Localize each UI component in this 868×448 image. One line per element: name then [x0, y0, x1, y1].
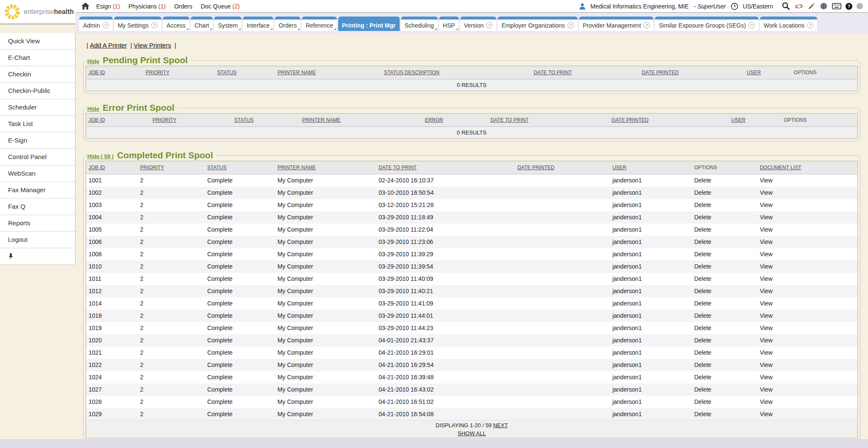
delete-link[interactable]: Delete: [694, 374, 711, 381]
sidebar-item-e-sign[interactable]: E-Sign: [0, 132, 75, 149]
disconnect-icon[interactable]: [795, 2, 803, 11]
view-link[interactable]: View: [760, 214, 773, 221]
sidebar-item-scheduler[interactable]: Scheduler: [0, 99, 75, 116]
view-link[interactable]: View: [760, 411, 773, 417]
column-header-label[interactable]: DATE PRINTED: [517, 165, 554, 171]
view-link[interactable]: View: [760, 349, 773, 356]
delete-link[interactable]: Delete: [694, 189, 711, 196]
column-header-label[interactable]: USER: [731, 117, 745, 123]
view-printers-link[interactable]: View Printers: [134, 42, 171, 49]
delete-link[interactable]: Delete: [694, 251, 711, 258]
keyboard-icon[interactable]: [832, 3, 841, 9]
delete-link[interactable]: Delete: [694, 177, 711, 184]
tab-my-settings[interactable]: My Settings↗: [114, 17, 161, 31]
nav-item-doc-queue[interactable]: Doc Queue (2): [201, 3, 240, 10]
tab-employer-organizations[interactable]: Employer Organizations↗: [498, 17, 577, 31]
tab-reference[interactable]: Reference: [302, 17, 337, 31]
delete-link[interactable]: Delete: [694, 288, 711, 294]
sidebar-item-checkin[interactable]: Checkin: [0, 66, 75, 83]
sidebar-item-fax-q[interactable]: Fax Q: [0, 199, 75, 215]
tab-access[interactable]: Access: [163, 17, 189, 31]
view-link[interactable]: View: [760, 300, 773, 307]
pin-sidebar-button[interactable]: [0, 248, 75, 264]
sidebar-item-task-list[interactable]: Task List: [0, 116, 75, 132]
tab-similar-exposure-groups-segs[interactable]: Similar Exposure Groups (SEGs)↗: [655, 17, 758, 31]
wand-icon[interactable]: [807, 2, 815, 10]
tab-orders[interactable]: Orders: [275, 17, 300, 31]
column-header-label[interactable]: DATE TO PRINT: [378, 165, 417, 171]
view-link[interactable]: View: [760, 238, 773, 245]
column-header-label[interactable]: DATE PRINTED: [612, 117, 648, 123]
delete-link[interactable]: Delete: [694, 361, 711, 368]
delete-link[interactable]: Delete: [694, 275, 711, 282]
sidebar-item-control-panel[interactable]: Control Panel: [0, 149, 75, 165]
column-header-label[interactable]: DATE PRINTED: [642, 70, 679, 76]
home-icon[interactable]: [81, 3, 89, 10]
nav-item-orders[interactable]: Orders: [174, 3, 192, 10]
add-printer-link[interactable]: Add A Printer: [90, 42, 127, 49]
column-header-label[interactable]: JOB ID: [89, 165, 105, 171]
nav-item-physicians[interactable]: Physicians (1): [128, 3, 166, 10]
delete-link[interactable]: Delete: [694, 398, 711, 405]
column-header-label[interactable]: USER: [747, 70, 761, 76]
tab-admin[interactable]: Admin↗: [79, 17, 113, 31]
delete-link[interactable]: Delete: [694, 300, 711, 307]
column-header-label[interactable]: USER: [612, 165, 626, 171]
column-header-label[interactable]: PRINTER NAME: [278, 70, 316, 76]
view-link[interactable]: View: [760, 312, 773, 319]
view-link[interactable]: View: [760, 189, 773, 196]
sidebar-item-webscan[interactable]: WebScan: [0, 165, 75, 182]
view-link[interactable]: View: [760, 325, 773, 331]
column-header-label[interactable]: JOB ID: [89, 117, 105, 123]
sidebar-item-e-chart[interactable]: E-Chart: [0, 50, 75, 66]
column-header-label[interactable]: PRIORITY: [153, 117, 177, 123]
view-link[interactable]: View: [760, 386, 773, 393]
column-header-label[interactable]: DATE TO PRINT: [534, 70, 572, 76]
show-all-link[interactable]: SHOW ALL: [458, 430, 486, 437]
view-link[interactable]: View: [760, 263, 773, 270]
app-logo[interactable]: enterprisehealth: [0, 0, 75, 24]
view-link[interactable]: View: [760, 275, 773, 282]
column-header-label[interactable]: STATUS: [207, 165, 227, 171]
column-header-label[interactable]: ERROR: [425, 117, 443, 123]
view-link[interactable]: View: [760, 361, 773, 368]
sidebar-item-reports[interactable]: Reports: [0, 215, 75, 232]
delete-link[interactable]: Delete: [694, 337, 711, 344]
column-header-label[interactable]: JOB ID: [89, 70, 105, 76]
view-link[interactable]: View: [760, 202, 773, 208]
delete-link[interactable]: Delete: [694, 386, 711, 393]
delete-link[interactable]: Delete: [694, 325, 711, 331]
delete-link[interactable]: Delete: [694, 349, 711, 356]
delete-link[interactable]: Delete: [694, 226, 711, 233]
delete-link[interactable]: Delete: [694, 263, 711, 270]
column-header-label[interactable]: STATUS: [217, 70, 237, 76]
search-icon[interactable]: [782, 2, 790, 11]
view-link[interactable]: View: [760, 374, 773, 381]
column-header-label[interactable]: DATE TO PRINT: [490, 117, 529, 123]
tab-hsp[interactable]: HSP: [439, 17, 459, 31]
delete-link[interactable]: Delete: [694, 411, 711, 417]
delete-link[interactable]: Delete: [694, 312, 711, 319]
sidebar-item-fax-manager[interactable]: Fax Manager: [0, 182, 75, 199]
delete-link[interactable]: Delete: [694, 238, 711, 245]
tab-scheduling[interactable]: Scheduling: [401, 17, 438, 31]
column-header-label[interactable]: STATUS DESCRIPTION: [384, 70, 440, 76]
view-link[interactable]: View: [760, 226, 773, 233]
globe-icon[interactable]: [820, 2, 828, 10]
next-page-link[interactable]: NEXT: [493, 422, 508, 428]
sidebar-item-logout[interactable]: Logout: [0, 232, 75, 248]
sidebar-item-quick-view[interactable]: Quick View: [0, 33, 75, 50]
view-link[interactable]: View: [760, 337, 773, 344]
column-header-label[interactable]: DOCUMENT LIST: [760, 165, 801, 171]
view-link[interactable]: View: [760, 398, 773, 405]
hide-error-link[interactable]: Hide: [87, 106, 99, 112]
sidebar-item-checkin-public[interactable]: Checkin-Public: [0, 83, 75, 99]
tab-system[interactable]: System: [214, 17, 242, 31]
column-header-label[interactable]: PRIORITY: [140, 165, 164, 171]
column-header-label[interactable]: PRIORITY: [145, 70, 170, 76]
column-header-label[interactable]: STATUS: [234, 117, 254, 123]
help-icon[interactable]: ?: [846, 3, 852, 10]
tab-chart[interactable]: Chart: [191, 17, 213, 31]
delete-link[interactable]: Delete: [694, 202, 711, 208]
tab-version[interactable]: Version↗: [460, 17, 497, 31]
